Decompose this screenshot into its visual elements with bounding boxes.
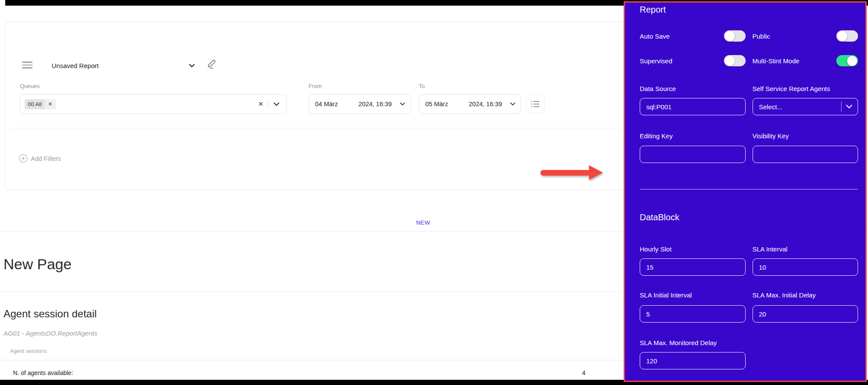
queues-clear-icon[interactable]: ✕ [253,100,268,108]
panel-divider [640,189,858,189]
to-date-picker[interactable]: 05 März 2024, 16:39 [419,94,521,114]
from-time: 2024, 16:39 [358,101,392,108]
public-toggle[interactable] [836,30,858,42]
to-time: 2024, 16:39 [469,101,502,108]
widget-label: Agent sessions [10,348,47,354]
queues-input[interactable]: 00 All ✕ ✕ [20,94,287,114]
to-date: 05 März [425,101,469,108]
widget-subtitle: AG01 - AgentsDO.ReportAgents [3,330,97,337]
from-label: From [309,83,322,89]
visibility-key-input[interactable] [753,146,858,163]
self-service-value: Select... [759,103,783,111]
supervised-label: Supervised [640,57,672,65]
report-settings-panel: Report Auto Save Public Supervised Multi… [624,1,867,382]
report-name: Unsaved Report [52,62,99,69]
supervised-toggle[interactable] [724,55,746,66]
from-date: 04 März [315,101,358,108]
self-service-label: Self Service Report Agents [753,85,830,92]
menu-icon[interactable] [22,62,33,69]
auto-save-toggle[interactable] [724,30,746,42]
editing-key-input[interactable] [640,146,746,163]
sla-interval-input[interactable] [753,258,858,276]
report-name-dropdown[interactable]: Unsaved Report [52,60,195,71]
data-source-label: Data Source [640,85,676,92]
metric-value: 4 [577,369,590,376]
select-separator [841,101,842,112]
hourly-slot-input[interactable] [640,258,746,276]
self-service-select[interactable]: Select... [753,98,858,115]
page-title: New Page [3,256,72,273]
sla-initial-interval-label: SLA Initial Interval [640,291,692,299]
edit-icon[interactable] [206,59,217,70]
sla-interval-label: SLA Interval [753,245,788,253]
sla-max-monitored-delay-label: SLA Max. Monitored Delay [640,339,717,346]
supervised-row: Supervised [640,55,746,66]
auto-save-label: Auto Save [640,33,670,40]
queues-label: Queues [20,83,40,89]
add-filters-label: Add Filters [31,155,61,162]
panel-section-title-datablock: DataBlock [640,212,679,222]
tab-new[interactable]: NEW [404,219,443,226]
widget-title: Agent session detail [3,308,97,320]
plus-circle-icon: + [19,154,27,163]
chevron-down-icon [400,102,405,106]
annotation-arrow-icon [540,165,604,180]
auto-save-row: Auto Save [640,30,746,42]
chevron-down-icon [510,102,516,106]
public-label: Public [753,33,770,40]
visibility-key-label: Visibility Key [753,132,789,140]
chevron-down-icon [189,64,195,68]
queues-chevron-icon[interactable] [268,102,280,106]
sla-max-initial-delay-input[interactable] [753,305,858,323]
metric-label: N. of agents available: [13,369,73,376]
add-filters-button[interactable]: + Add Filters [19,154,61,163]
queue-chip-remove-icon[interactable]: ✕ [45,99,56,109]
sla-max-monitored-delay-input[interactable] [640,352,746,369]
queue-chip-label: 00 All [25,99,45,109]
multi-stint-toggle[interactable] [836,55,858,66]
hourly-slot-label: Hourly Slot [640,245,671,253]
timebands-list-button[interactable] [526,94,545,114]
data-source-input[interactable] [640,98,746,115]
sla-initial-interval-input[interactable] [640,305,746,323]
public-row: Public [753,30,858,42]
queue-chip: 00 All ✕ [25,99,56,109]
editing-key-label: Editing Key [640,132,673,140]
multi-stint-label: Multi-Stint Mode [753,57,799,65]
to-label: To [419,83,425,89]
sla-max-initial-delay-label: SLA Max. Initial Delay [753,291,816,299]
multi-stint-row: Multi-Stint Mode [753,55,858,66]
panel-section-title-report: Report [640,5,666,15]
chevron-down-icon [846,104,852,109]
from-date-picker[interactable]: 04 März 2024, 16:39 [309,94,411,114]
list-icon [531,100,540,108]
